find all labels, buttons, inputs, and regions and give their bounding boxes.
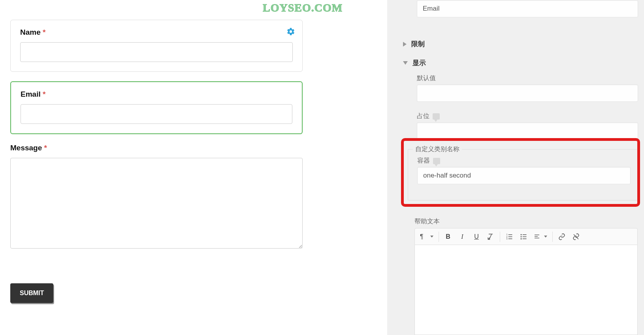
- field-title-input-wrap: Email: [417, 0, 638, 17]
- help-text-label: 帮助文本: [414, 217, 440, 226]
- name-label-text: Name: [20, 28, 41, 36]
- chevron-down-icon: [403, 61, 408, 65]
- svg-point-7: [521, 236, 522, 237]
- form-area: Name * Email * Message *: [10, 20, 303, 303]
- svg-rect-14: [535, 238, 539, 238]
- watermark: LOYSEO.COM: [263, 2, 343, 14]
- chevron-right-icon: [403, 42, 407, 47]
- unordered-list-button[interactable]: [517, 230, 530, 243]
- toolbar-separator: [500, 232, 500, 242]
- help-text-editor[interactable]: [414, 245, 638, 335]
- field-settings-pane: Email 限制 显示 默认值 占位 自定义类别名称 容器 one-half s…: [387, 0, 644, 335]
- required-asterisk: *: [44, 144, 47, 152]
- email-input[interactable]: [21, 104, 292, 124]
- svg-rect-0: [508, 234, 512, 235]
- required-asterisk: *: [43, 28, 45, 36]
- field-title-input[interactable]: Email: [417, 0, 638, 17]
- field-card-message[interactable]: Message *: [10, 144, 303, 260]
- toolbar-separator: [552, 232, 553, 242]
- message-label-text: Message: [10, 144, 42, 152]
- underline-button[interactable]: U: [470, 230, 483, 243]
- svg-rect-10: [523, 236, 527, 237]
- section-display[interactable]: 显示: [403, 58, 426, 67]
- container-class-input-wrap: one-half second: [417, 167, 631, 184]
- svg-rect-9: [523, 234, 527, 235]
- default-value-label: 默认值: [417, 74, 436, 82]
- pilcrow-icon: ¶: [420, 233, 424, 240]
- clear-format-button[interactable]: [484, 230, 497, 243]
- align-button[interactable]: [531, 230, 550, 243]
- svg-point-8: [521, 238, 522, 239]
- required-asterisk: *: [43, 90, 45, 98]
- field-card-name[interactable]: Name *: [10, 20, 303, 72]
- svg-rect-2: [508, 238, 512, 239]
- help-icon[interactable]: [433, 113, 440, 120]
- field-card-email[interactable]: Email *: [10, 81, 303, 134]
- custom-class-legend: 自定义类别名称: [413, 145, 462, 153]
- section-restrict[interactable]: 限制: [403, 39, 425, 49]
- bold-button[interactable]: B: [441, 230, 455, 243]
- section-restrict-label: 限制: [411, 39, 425, 49]
- name-input[interactable]: [20, 42, 293, 62]
- custom-class-fieldset: 自定义类别名称 容器 one-half second: [408, 149, 639, 200]
- svg-point-6: [521, 234, 522, 235]
- svg-text:3: 3: [507, 237, 508, 240]
- svg-rect-12: [535, 234, 539, 235]
- email-field-label: Email *: [21, 90, 292, 99]
- section-display-label: 显示: [412, 58, 426, 67]
- svg-rect-13: [535, 236, 538, 236]
- svg-rect-1: [508, 236, 512, 237]
- message-field-label: Message *: [10, 144, 303, 152]
- italic-button[interactable]: I: [456, 230, 469, 243]
- chevron-down-icon: [430, 236, 433, 238]
- toolbar-separator: [439, 232, 439, 242]
- container-class-input[interactable]: one-half second: [418, 167, 630, 184]
- submit-button[interactable]: SUBMIT: [10, 283, 53, 303]
- form-preview-pane: LOYSEO.COM Name * Email *: [0, 0, 387, 335]
- placeholder-label: 占位: [417, 112, 440, 120]
- rich-text-toolbar: ¶ B I U 123: [414, 228, 638, 245]
- container-class-label: 容器: [417, 157, 440, 165]
- gear-icon[interactable]: [286, 27, 295, 36]
- chevron-down-icon: [544, 236, 547, 238]
- email-label-text: Email: [21, 90, 41, 98]
- unlink-button[interactable]: [569, 230, 583, 243]
- paragraph-format-button[interactable]: ¶: [417, 230, 436, 243]
- svg-rect-11: [523, 238, 527, 239]
- message-textarea[interactable]: [10, 158, 303, 249]
- name-field-label: Name *: [20, 28, 293, 37]
- placeholder-input[interactable]: [417, 122, 638, 140]
- link-button[interactable]: [555, 230, 569, 243]
- ordered-list-button[interactable]: 123: [503, 230, 516, 243]
- default-value-input[interactable]: [417, 84, 638, 102]
- help-icon[interactable]: [433, 158, 440, 164]
